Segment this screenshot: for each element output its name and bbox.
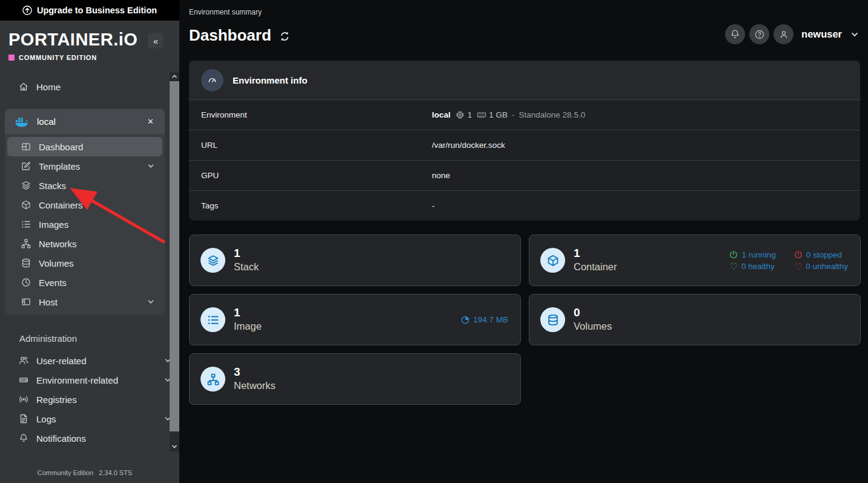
stacks-icon (200, 248, 225, 273)
containers-icon (21, 200, 31, 210)
sidebar-item-notifications[interactable]: Notifications (0, 428, 179, 448)
upgrade-banner-label: Upgrade to Business Edition (37, 5, 157, 15)
images-icon (200, 307, 225, 332)
top-controls: newuser (725, 24, 860, 44)
image-size-text: 194.7 MB (473, 315, 508, 324)
networks-card[interactable]: 3 Networks (189, 353, 521, 405)
environment-info-panel: Environment info Environment local 1 1 G… (189, 61, 860, 221)
sidebar-item-label: Registries (36, 395, 172, 405)
page-title: Dashboard (189, 26, 271, 45)
containers-icon (540, 248, 565, 273)
volumes-icon (540, 307, 565, 332)
sidebar-item-label: Networks (39, 239, 155, 249)
chevron-down-icon[interactable] (850, 30, 860, 39)
image-label: Image (234, 320, 262, 333)
sidebar-item-home[interactable]: Home (0, 77, 179, 96)
environment-info-header: Environment info (189, 61, 860, 99)
gauge-icon (201, 69, 224, 92)
status-text: 0 healthy (741, 262, 775, 271)
chevron-down-icon[interactable] (147, 298, 155, 306)
status-text: 0 stopped (806, 250, 842, 259)
host-icon (21, 297, 31, 307)
info-row-value: local 1 1 GB - Standalone 28.5.0 (432, 110, 585, 119)
sidebar-item-dashboard[interactable]: Dashboard (7, 137, 162, 156)
power-icon (729, 250, 738, 259)
info-row-value: - (432, 201, 435, 210)
stacks-icon (21, 181, 31, 190)
scroll-up-icon[interactable] (170, 72, 179, 81)
sidebar-item-registries[interactable]: Registries (0, 390, 179, 409)
sidebar-scrollbar[interactable] (170, 72, 179, 451)
sidebar-item-label: Notifications (36, 433, 172, 444)
sidebar-item-label: Home (36, 82, 179, 92)
close-icon[interactable]: ✕ (145, 116, 156, 127)
dashboard-cards: 1 Stack 1 Container 1 running (189, 235, 860, 405)
sidebar-item-user-related[interactable]: User-related (0, 351, 179, 370)
volumes-count: 0 (574, 306, 612, 320)
sidebar-item-label: Images (39, 219, 155, 230)
dash-separator: - (512, 110, 515, 119)
environment-block: local ✕ Dashboard Templates (5, 109, 165, 315)
templates-icon (21, 161, 31, 171)
networks-icon (200, 367, 225, 391)
chevron-down-icon[interactable] (147, 162, 155, 170)
info-row-url: URL /var/run/docker.sock (189, 130, 860, 160)
edition-tag: COMMUNITY EDITION (0, 48, 179, 61)
sidebar-item-label: Dashboard (39, 142, 155, 152)
info-row-value: none (432, 171, 450, 180)
stack-card[interactable]: 1 Stack (189, 235, 521, 286)
scrollbar-thumb[interactable] (170, 81, 179, 431)
upgrade-banner[interactable]: Upgrade to Business Edition (0, 0, 179, 21)
sidebar-item-label: Containers (39, 200, 155, 210)
scroll-down-icon[interactable] (170, 442, 179, 451)
home-icon (18, 82, 28, 92)
sidebar-item-events[interactable]: Events (7, 273, 162, 292)
environment-icon (18, 375, 28, 385)
sidebar-item-templates[interactable]: Templates (7, 156, 162, 176)
sidebar-item-host[interactable]: Host (7, 292, 162, 311)
cpu-icon (455, 110, 465, 119)
unhealthy-status: ♡ 0 unhealthy (794, 262, 848, 271)
help-button[interactable] (749, 24, 769, 44)
administration-menu: User-related Environment-related Registr… (0, 351, 179, 448)
main-content: Environment summary Dashboard newuser (179, 0, 868, 483)
avatar-icon (778, 29, 789, 40)
environment-info-title: Environment info (233, 75, 307, 85)
volumes-icon (21, 258, 31, 268)
user-menu[interactable]: newuser (801, 28, 842, 40)
environment-header[interactable]: local ✕ (5, 109, 165, 134)
sidebar-item-containers[interactable]: Containers (7, 195, 162, 215)
sidebar-item-stacks[interactable]: Stacks (7, 176, 162, 195)
bell-icon (730, 29, 740, 39)
notifications-button[interactable] (725, 24, 745, 44)
image-size: 194.7 MB (461, 315, 508, 324)
collapse-icon: « (153, 36, 158, 46)
info-row-label: Environment (189, 110, 432, 119)
container-statuses: 1 running 0 stopped ♡ 0 healthy ♡ 0 unhe… (729, 250, 848, 271)
avatar[interactable] (774, 24, 793, 44)
sidebar-item-environment-related[interactable]: Environment-related (0, 370, 179, 390)
image-card[interactable]: 1 Image 194.7 MB (189, 294, 521, 345)
administration-heading: Administration (0, 333, 179, 344)
cpu-count: 1 (468, 110, 472, 119)
sidebar-item-volumes[interactable]: Volumes (7, 253, 162, 273)
events-icon (21, 278, 31, 287)
networks-icon (21, 239, 31, 248)
info-row-gpu: GPU none (189, 160, 860, 190)
stopped-status: 0 stopped (794, 250, 848, 259)
status-text: 1 running (741, 250, 775, 259)
info-row-label: Tags (189, 201, 432, 210)
sidebar-item-logs[interactable]: Logs (0, 409, 179, 428)
sidebar-collapse-button[interactable]: « (148, 33, 164, 48)
sidebar-item-label: Stacks (39, 181, 155, 191)
sidebar-item-networks[interactable]: Networks (7, 234, 162, 253)
portainer-logo: PORTAINER.iO (8, 31, 171, 48)
info-row-environment: Environment local 1 1 GB - Standalone 28… (189, 99, 860, 130)
volumes-card[interactable]: 0 Volumes (529, 294, 861, 345)
memory-amount: 1 GB (489, 110, 508, 119)
sidebar-item-images[interactable]: Images (7, 215, 162, 234)
info-row-label: URL (189, 141, 432, 150)
refresh-icon[interactable] (279, 30, 291, 42)
bell-icon (18, 433, 28, 443)
container-card[interactable]: 1 Container 1 running 0 stopped ♡ (529, 235, 861, 286)
